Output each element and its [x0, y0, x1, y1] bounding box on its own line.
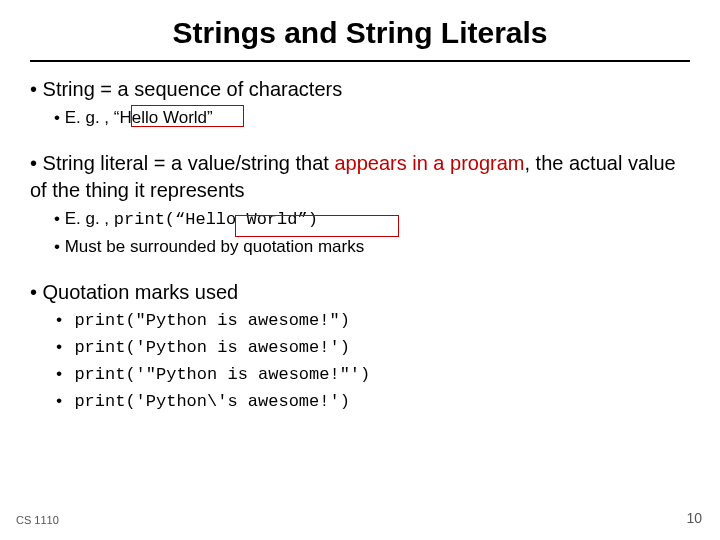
- code-example-1: print("Python is awesome!"): [54, 310, 690, 333]
- code-text: print('"Python is awesome!"'): [74, 365, 370, 384]
- slide-title: Strings and String Literals: [30, 16, 690, 50]
- literal-note-text: Must be surrounded by quotation marks: [65, 237, 365, 256]
- title-divider: [30, 60, 690, 62]
- literal-example-code: print(“Hello World”): [114, 210, 318, 229]
- bullet-literal-note: Must be surrounded by quotation marks: [54, 236, 690, 259]
- slide: Strings and String Literals String = a s…: [0, 0, 720, 540]
- bullet-string-example: E. g. , “Hello World”: [54, 107, 690, 130]
- footer-course: CS 1110: [16, 514, 59, 526]
- bullet-literal-def: String literal = a value/string that app…: [30, 150, 690, 204]
- footer-page: 10: [686, 510, 702, 526]
- example-prefix: E. g. ,: [65, 108, 114, 127]
- literal-example-prefix: E. g. ,: [65, 209, 114, 228]
- example-literal: “Hello World”: [114, 108, 213, 127]
- code-text: print('Python\'s awesome!'): [74, 392, 349, 411]
- bullet-quotation: Quotation marks used: [30, 279, 690, 306]
- slide-content: String = a sequence of characters E. g. …: [30, 76, 690, 414]
- bullet-literal-example: E. g. , print(“Hello World”): [54, 208, 690, 232]
- code-text: print('Python is awesome!'): [74, 338, 349, 357]
- literal-red: appears in a program: [334, 152, 524, 174]
- literal-prefix: String literal = a value/string that: [43, 152, 335, 174]
- bullet-text: String = a sequence of characters: [43, 78, 343, 100]
- code-text: print("Python is awesome!"): [74, 311, 349, 330]
- code-example-3: print('"Python is awesome!"'): [54, 364, 690, 387]
- code-example-2: print('Python is awesome!'): [54, 337, 690, 360]
- code-example-4: print('Python\'s awesome!'): [54, 391, 690, 414]
- bullet-string-def: String = a sequence of characters: [30, 76, 690, 103]
- quotation-text: Quotation marks used: [43, 281, 239, 303]
